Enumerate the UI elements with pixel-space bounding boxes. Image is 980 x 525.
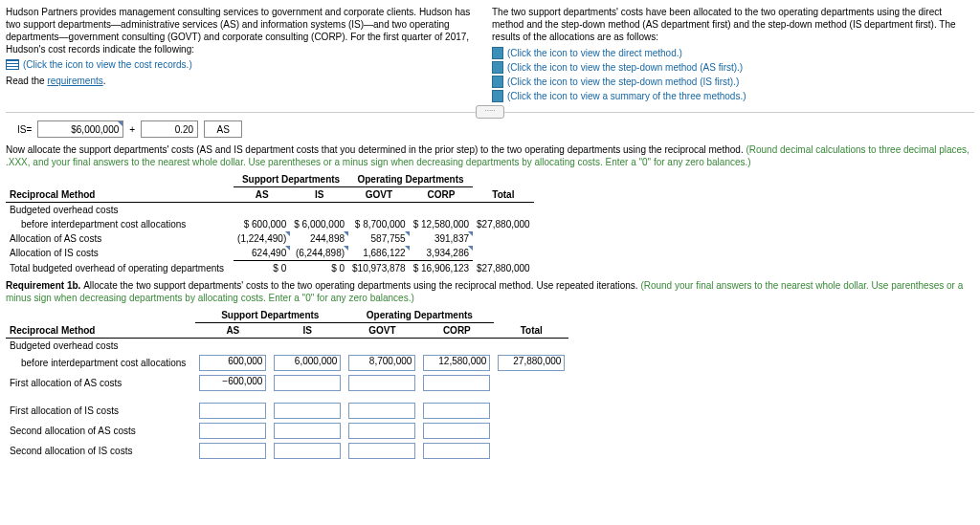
cost-records-link[interactable]: (Click the icon to view the cost records… [23, 59, 192, 70]
formula-as[interactable]: AS [204, 120, 242, 138]
req1b-label: Requirement 1b. [6, 280, 83, 291]
stepdown-as-link[interactable]: (Click the icon to view the step-down me… [507, 62, 743, 73]
is-equals-label: IS= [17, 124, 32, 135]
input-blank[interactable] [348, 443, 415, 459]
intro-right: The two support departments' costs have … [492, 6, 974, 43]
input-blank[interactable] [423, 403, 490, 419]
doc-icon[interactable] [492, 76, 503, 88]
input-govt[interactable]: 8,700,000 [348, 355, 415, 371]
input-blank[interactable] [199, 443, 266, 459]
operating-header: Operating Departments [348, 172, 473, 187]
splitter-icon[interactable]: ····· [476, 105, 504, 119]
input-blank[interactable] [348, 403, 415, 419]
intro-left: Hudson Partners provides management cons… [6, 6, 484, 55]
input-blank[interactable] [348, 423, 415, 439]
input-blank[interactable] [199, 423, 266, 439]
input-blank[interactable] [423, 443, 490, 459]
instruction1-text: Now allocate the support departments' co… [6, 144, 746, 155]
input-blank[interactable] [199, 403, 266, 419]
input-first-as[interactable]: −600,000 [199, 375, 266, 391]
plus-label: + [129, 124, 135, 135]
formula-val1[interactable]: $6,000,000 [37, 120, 123, 138]
formula-val2[interactable]: 0.20 [141, 120, 198, 138]
support-header: Support Departments [234, 172, 348, 187]
input-blank[interactable] [274, 423, 341, 439]
read-label: Read the [6, 76, 47, 86]
direct-method-link[interactable]: (Click the icon to view the direct metho… [507, 48, 682, 58]
table-icon[interactable] [6, 59, 19, 70]
stepdown-is-link[interactable]: (Click the icon to view the step-down me… [507, 77, 739, 87]
summary-link[interactable]: (Click the icon to view a summary of the… [507, 91, 746, 101]
instruction2-text: Allocate the two support departments' co… [83, 280, 640, 291]
input-as[interactable]: 600,000 [199, 355, 266, 371]
reciprocal-table-2: Support Departments Operating Department… [6, 308, 568, 461]
requirements-link[interactable]: requirements [47, 76, 102, 86]
input-total[interactable]: 27,880,000 [498, 355, 565, 371]
input-blank[interactable] [423, 423, 490, 439]
doc-icon[interactable] [492, 47, 503, 59]
doc-icon[interactable] [492, 61, 503, 74]
input-blank[interactable] [274, 403, 341, 419]
input-is[interactable]: 6,000,000 [274, 355, 341, 371]
input-blank[interactable] [274, 443, 341, 459]
input-blank[interactable] [274, 375, 341, 391]
input-corp[interactable]: 12,580,000 [423, 355, 490, 371]
input-blank[interactable] [348, 375, 415, 391]
input-blank[interactable] [423, 375, 490, 391]
reciprocal-method-label: Reciprocal Method [6, 187, 234, 203]
doc-icon[interactable] [492, 90, 503, 102]
reciprocal-table-1: Support Departments Operating Department… [6, 172, 534, 275]
